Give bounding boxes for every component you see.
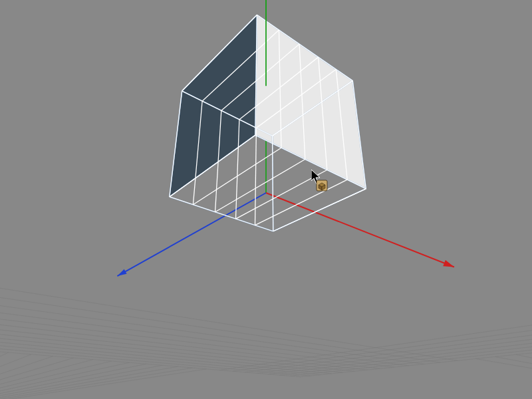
svg-marker-86 [255,15,366,188]
svg-line-12 [453,246,532,399]
svg-line-5 [0,273,289,399]
svg-line-89 [117,193,266,276]
svg-line-6 [380,188,532,399]
svg-line-14 [482,260,532,399]
scene-render[interactable] [0,0,532,399]
svg-marker-85 [170,15,257,197]
svg-line-130 [273,189,366,231]
svg-line-80 [0,253,301,377]
svg-line-63 [0,368,192,399]
svg-line-76 [0,220,321,375]
svg-line-72 [0,172,342,372]
svg-line-74 [0,198,331,374]
svg-line-3 [0,263,307,399]
svg-line-23 [0,325,59,399]
svg-marker-88 [443,260,454,267]
svg-marker-90 [117,269,126,276]
svg-line-55 [0,362,129,399]
svg-line-54 [476,358,532,399]
svg-line-21 [0,321,93,399]
svg-line-120 [255,128,257,225]
svg-line-10 [426,230,532,399]
svg-line-8 [402,211,532,399]
svg-line-64 [0,0,394,367]
svg-line-87 [266,193,454,267]
3d-viewport[interactable] [0,0,532,399]
svg-line-134 [170,197,273,231]
svg-line-62 [0,0,409,366]
svg-line-111 [215,160,305,212]
svg-line-1 [0,253,323,399]
